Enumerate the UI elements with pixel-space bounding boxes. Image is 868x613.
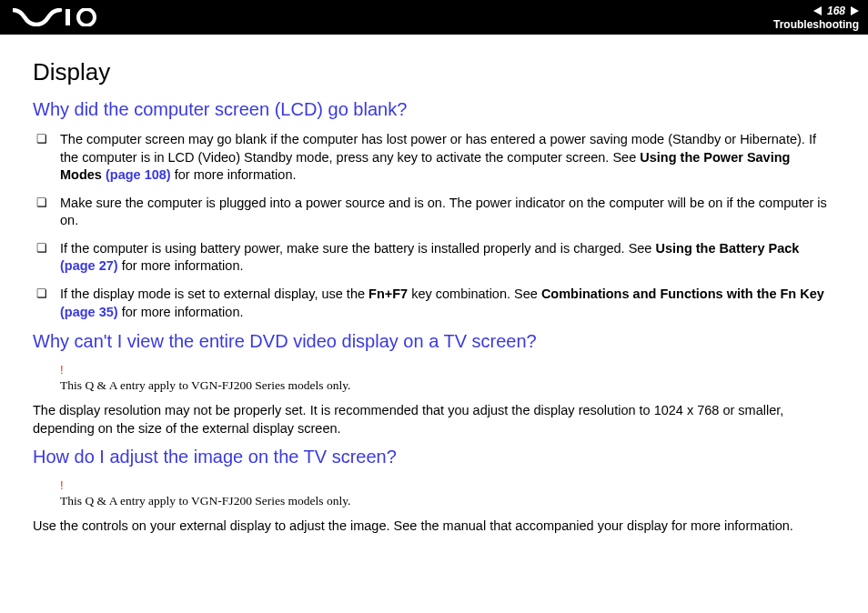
page-link[interactable]: (page 35) <box>60 305 118 319</box>
page-link[interactable]: (page 27) <box>60 258 118 273</box>
list-item: If the computer is using battery power, … <box>60 240 835 276</box>
question-heading-3: How do I adjust the image on the TV scre… <box>33 447 835 467</box>
text: If the computer is using battery power, … <box>60 241 655 256</box>
page-number: 168 <box>827 5 845 17</box>
warning-icon: ! <box>60 363 835 377</box>
warning-icon: ! <box>60 478 835 492</box>
bold-text: Combinations and Functions with the Fn K… <box>541 286 824 301</box>
svg-point-1 <box>78 9 95 25</box>
note-block: ! This Q & A entry apply to VGN-FJ200 Se… <box>60 478 835 508</box>
text: for more information. <box>118 258 244 273</box>
text: for more information. <box>171 167 297 182</box>
list-item: The computer screen may go blank if the … <box>60 131 835 185</box>
vaio-logo <box>13 8 100 26</box>
question-heading-1: Why did the computer screen (LCD) go bla… <box>33 99 835 120</box>
bold-text: Using the Battery Pack <box>655 241 799 256</box>
page-header: 168 Troubleshooting <box>0 0 868 35</box>
text: key combination. See <box>408 286 541 301</box>
bold-text: Fn+F7 <box>368 286 408 301</box>
body-paragraph: Use the controls on your external displa… <box>33 518 835 536</box>
svg-rect-0 <box>66 9 70 25</box>
vaio-logo-svg <box>13 8 100 26</box>
list-item: If the display mode is set to external d… <box>60 286 835 321</box>
page-title: Display <box>33 58 835 86</box>
nav-prev-icon[interactable] <box>813 6 822 15</box>
text: If the display mode is set to external d… <box>60 286 368 301</box>
text: for more information. <box>118 305 244 319</box>
question-heading-2: Why can't I view the entire DVD video di… <box>33 331 835 352</box>
note-text: This Q & A entry apply to VGN-FJ200 Seri… <box>60 494 351 507</box>
section-label: Troubleshooting <box>773 18 859 31</box>
page-link[interactable]: (page 108) <box>106 167 171 182</box>
q1-list: The computer screen may go blank if the … <box>60 131 835 321</box>
page-content: Display Why did the computer screen (LCD… <box>0 35 868 563</box>
header-right: 168 Troubleshooting <box>773 5 859 31</box>
page-nav: 168 <box>773 5 859 17</box>
text: Make sure the computer is plugged into a… <box>60 196 827 228</box>
body-paragraph: The display resolution may not be proper… <box>33 402 835 437</box>
nav-next-icon[interactable] <box>851 6 859 15</box>
note-text: This Q & A entry apply to VGN-FJ200 Seri… <box>60 378 351 392</box>
note-block: ! This Q & A entry apply to VGN-FJ200 Se… <box>60 363 835 393</box>
list-item: Make sure the computer is plugged into a… <box>60 195 835 230</box>
